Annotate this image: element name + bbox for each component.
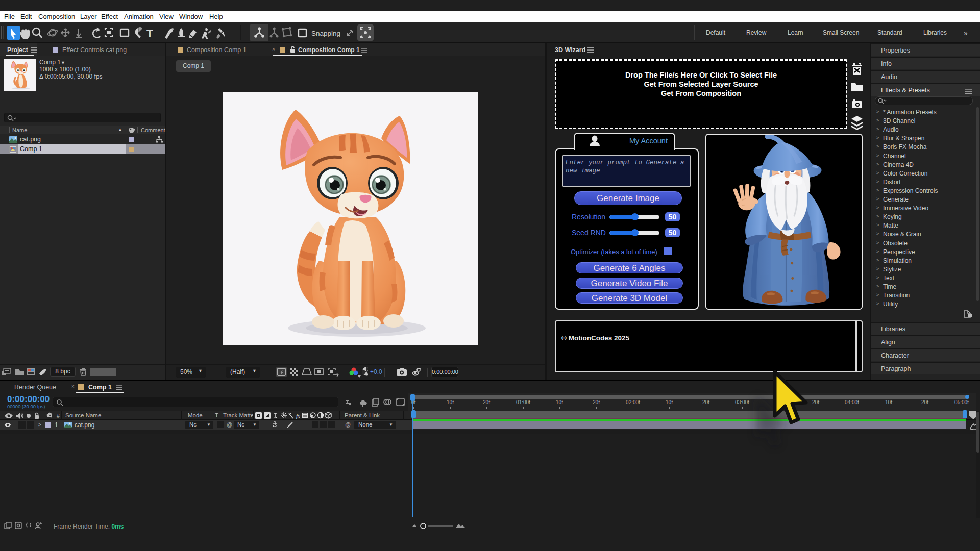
svg-text:#: #: [57, 413, 60, 419]
svg-text:Snapping: Snapping: [311, 30, 340, 37]
svg-text:T: T: [146, 27, 153, 39]
svg-text:fx: fx: [296, 413, 300, 419]
